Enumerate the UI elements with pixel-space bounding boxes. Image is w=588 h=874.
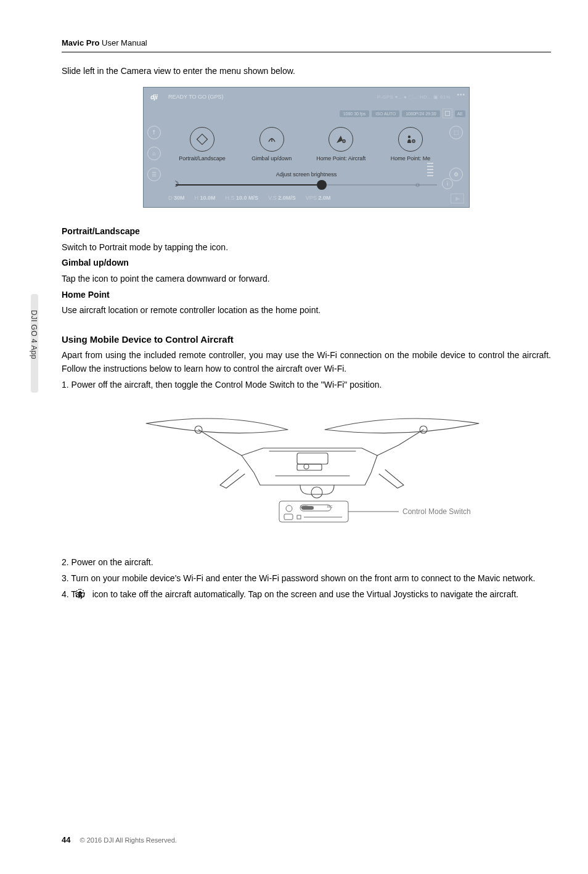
svg-rect-19	[284, 514, 293, 520]
side-tab: DJI GO 4 App	[31, 294, 42, 393]
brightness-slider[interactable]: ☽ ☼ i	[176, 181, 437, 189]
step-3: 3. Turn on your mobile device's Wi-Fi an…	[62, 572, 551, 586]
homepoint-aircraft-icon[interactable]	[329, 127, 353, 152]
dji-logo: dji	[144, 94, 165, 100]
step-2: 2. Power on the aircraft.	[62, 556, 551, 570]
grid-toggle[interactable]	[443, 108, 452, 118]
svg-point-14	[286, 505, 292, 512]
step-1: 1. Power off the aircraft, then toggle t…	[62, 378, 551, 392]
homepoint-text: Use aircraft location or remote controll…	[62, 304, 551, 317]
svg-point-3	[344, 141, 345, 142]
brightness-label: Adjust screen brightness	[168, 171, 444, 178]
menu-dots-icon[interactable]: •••	[457, 91, 465, 98]
telemetry-bar: D 30M H 10.0M H.S 10.0 M/S V.S 2.0M/S VP…	[144, 192, 469, 207]
sun-icon: ☼	[414, 180, 421, 189]
portrait-landscape-icon[interactable]	[190, 127, 214, 152]
flight-status: READY TO GO (GPS)	[165, 94, 245, 100]
portrait-landscape-heading: Portrait/Landscape	[62, 225, 551, 239]
wifi-section-title: Using Mobile Device to Control Aircraft	[62, 332, 551, 346]
homepoint-me-label: Home Point: Me	[391, 155, 431, 161]
svg-rect-0	[197, 134, 208, 145]
portrait-landscape-text: Switch to Portrait mode by tapping the i…	[62, 241, 551, 255]
svg-rect-9	[297, 453, 328, 464]
takeoff-icon[interactable]: ⤒	[147, 126, 161, 139]
exposure-ticks	[427, 163, 433, 176]
flight-mode-icon[interactable]: ☰	[147, 168, 161, 181]
resolution-pill[interactable]: 1080 30 fps	[340, 110, 370, 117]
callout-label: Control Mode Switch	[402, 507, 471, 516]
homepoint-heading: Home Point	[62, 288, 551, 302]
intro-text: Slide left in the Camera view to enter t…	[62, 66, 551, 76]
playback-button[interactable]: ▶	[451, 194, 464, 203]
svg-point-6	[413, 141, 414, 142]
quick-settings-row: Portrait/Landscape Gimbal up/down Home P…	[168, 127, 444, 161]
svg-rect-20	[297, 515, 301, 519]
product-name: Mavic Pro	[62, 38, 99, 47]
copyright: © 2016 DJI All Rights Reserved.	[80, 836, 177, 844]
page-header: Mavic Pro User Manual	[62, 37, 551, 52]
gimbal-updown-icon[interactable]	[259, 127, 284, 152]
app-screenshot: dji READY TO GO (GPS) P-GPS ▾... ● ⬚... …	[143, 87, 470, 208]
iso-pill[interactable]: ISO AUTO	[372, 110, 399, 117]
camera-settings-bar: 1080 30 fps ISO AUTO 1080P/24 29:30 AE	[144, 106, 469, 121]
side-tab-label: DJI GO 4 App	[30, 310, 38, 359]
homepoint-me-icon[interactable]	[398, 127, 423, 152]
svg-rect-18	[301, 506, 314, 510]
doc-type: User Manual	[102, 38, 147, 47]
svg-point-12	[311, 487, 322, 498]
photo-video-toggle[interactable]: ⬚	[449, 126, 463, 139]
homepoint-aircraft-label: Home Point: Aircraft	[316, 155, 365, 161]
page-footer: 44 © 2016 DJI All Rights Reserved.	[62, 835, 177, 844]
ae-lock[interactable]: AE	[455, 110, 465, 117]
drone-illustration: WIFI RC Control Mode Switch	[115, 405, 497, 539]
rth-icon[interactable]: ⌂	[147, 147, 161, 160]
step-4: 4. Tap icon to take off the aircraft aut…	[62, 588, 551, 603]
svg-rect-11	[297, 464, 322, 470]
brightness-control: Adjust screen brightness ☽ ☼ i	[168, 171, 444, 189]
recording-pill[interactable]: 1080P/24 29:30	[402, 110, 439, 117]
gimbal-text: Tap the icon to point the camera downwar…	[62, 272, 551, 286]
page-number: 44	[62, 835, 70, 844]
wifi-intro-text: Apart from using the included remote con…	[62, 349, 551, 375]
status-badges: P-GPS ▾... ● ⬚... HD... ▣ 61%	[245, 94, 469, 100]
portrait-landscape-label: Portrait/Landscape	[179, 155, 226, 161]
svg-point-4	[408, 136, 410, 138]
gimbal-heading: Gimbal up/down	[62, 256, 551, 270]
svg-point-10	[304, 464, 309, 469]
info-icon[interactable]: i	[442, 178, 453, 189]
gimbal-updown-label: Gimbal up/down	[251, 155, 292, 161]
